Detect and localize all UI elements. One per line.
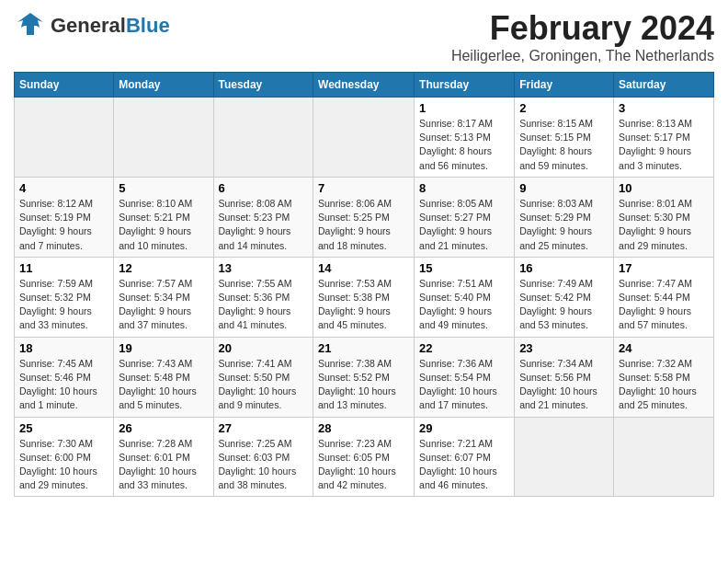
- calendar-cell: 16Sunrise: 7:49 AM Sunset: 5:42 PM Dayli…: [515, 257, 614, 337]
- logo-icon: [14, 9, 47, 42]
- calendar-cell: 11Sunrise: 7:59 AM Sunset: 5:32 PM Dayli…: [15, 257, 114, 337]
- day-header-thursday: Thursday: [415, 73, 515, 98]
- calendar-cell: 8Sunrise: 8:05 AM Sunset: 5:27 PM Daylig…: [415, 177, 515, 257]
- calendar-cell: 24Sunrise: 7:32 AM Sunset: 5:58 PM Dayli…: [614, 337, 714, 417]
- day-header-tuesday: Tuesday: [213, 73, 313, 98]
- calendar-cell: [515, 417, 614, 497]
- calendar-cell: [15, 98, 114, 178]
- calendar-week-row: 4Sunrise: 8:12 AM Sunset: 5:19 PM Daylig…: [15, 177, 714, 257]
- calendar-cell: 14Sunrise: 7:53 AM Sunset: 5:38 PM Dayli…: [313, 257, 415, 337]
- day-number: 28: [318, 421, 409, 435]
- calendar-cell: 22Sunrise: 7:36 AM Sunset: 5:54 PM Dayli…: [415, 337, 515, 417]
- calendar-cell: 12Sunrise: 7:57 AM Sunset: 5:34 PM Dayli…: [114, 257, 213, 337]
- calendar-cell: 15Sunrise: 7:51 AM Sunset: 5:40 PM Dayli…: [415, 257, 515, 337]
- calendar-cell: 5Sunrise: 8:10 AM Sunset: 5:21 PM Daylig…: [114, 177, 213, 257]
- day-number: 20: [219, 341, 309, 355]
- day-number: 8: [419, 181, 509, 195]
- day-number: 24: [619, 341, 709, 355]
- day-number: 22: [419, 341, 509, 355]
- calendar-header-row: SundayMondayTuesdayWednesdayThursdayFrid…: [15, 73, 714, 98]
- day-number: 11: [19, 261, 108, 275]
- calendar-cell: 2Sunrise: 8:15 AM Sunset: 5:15 PM Daylig…: [515, 98, 614, 178]
- day-number: 16: [519, 261, 609, 275]
- day-number: 19: [119, 341, 208, 355]
- calendar-cell: 13Sunrise: 7:55 AM Sunset: 5:36 PM Dayli…: [213, 257, 313, 337]
- calendar-cell: 4Sunrise: 8:12 AM Sunset: 5:19 PM Daylig…: [15, 177, 114, 257]
- day-info: Sunrise: 7:57 AM Sunset: 5:34 PM Dayligh…: [119, 277, 208, 333]
- day-info: Sunrise: 8:08 AM Sunset: 5:23 PM Dayligh…: [219, 197, 309, 253]
- logo-text: GeneralBlue: [51, 14, 170, 37]
- day-number: 2: [519, 101, 609, 115]
- day-info: Sunrise: 7:21 AM Sunset: 6:07 PM Dayligh…: [419, 437, 509, 493]
- calendar-cell: 19Sunrise: 7:43 AM Sunset: 5:48 PM Dayli…: [114, 337, 213, 417]
- day-number: 14: [318, 261, 409, 275]
- day-info: Sunrise: 8:01 AM Sunset: 5:30 PM Dayligh…: [619, 197, 709, 253]
- day-info: Sunrise: 7:25 AM Sunset: 6:03 PM Dayligh…: [219, 437, 309, 493]
- calendar-cell: 23Sunrise: 7:34 AM Sunset: 5:56 PM Dayli…: [515, 337, 614, 417]
- day-header-wednesday: Wednesday: [313, 73, 415, 98]
- calendar-cell: 1Sunrise: 8:17 AM Sunset: 5:13 PM Daylig…: [415, 98, 515, 178]
- calendar-cell: 29Sunrise: 7:21 AM Sunset: 6:07 PM Dayli…: [415, 417, 515, 497]
- calendar-cell: 28Sunrise: 7:23 AM Sunset: 6:05 PM Dayli…: [313, 417, 415, 497]
- calendar-cell: 21Sunrise: 7:38 AM Sunset: 5:52 PM Dayli…: [313, 337, 415, 417]
- day-number: 29: [419, 421, 509, 435]
- calendar-cell: 25Sunrise: 7:30 AM Sunset: 6:00 PM Dayli…: [15, 417, 114, 497]
- day-number: 1: [419, 101, 509, 115]
- day-info: Sunrise: 8:05 AM Sunset: 5:27 PM Dayligh…: [419, 197, 509, 253]
- day-number: 4: [19, 181, 108, 195]
- day-number: 7: [318, 181, 409, 195]
- calendar-cell: 3Sunrise: 8:13 AM Sunset: 5:17 PM Daylig…: [614, 98, 714, 178]
- page-header: GeneralBlue February 2024 Heiligerlee, G…: [14, 9, 714, 64]
- calendar-cell: 27Sunrise: 7:25 AM Sunset: 6:03 PM Dayli…: [213, 417, 313, 497]
- day-number: 18: [19, 341, 108, 355]
- day-info: Sunrise: 8:15 AM Sunset: 5:15 PM Dayligh…: [519, 117, 609, 173]
- day-info: Sunrise: 7:55 AM Sunset: 5:36 PM Dayligh…: [219, 277, 309, 333]
- calendar-cell: 17Sunrise: 7:47 AM Sunset: 5:44 PM Dayli…: [614, 257, 714, 337]
- day-number: 5: [119, 181, 208, 195]
- calendar-cell: 10Sunrise: 8:01 AM Sunset: 5:30 PM Dayli…: [614, 177, 714, 257]
- calendar-cell: 18Sunrise: 7:45 AM Sunset: 5:46 PM Dayli…: [15, 337, 114, 417]
- day-number: 25: [19, 421, 108, 435]
- title-area: February 2024 Heiligerlee, Groningen, Th…: [451, 9, 714, 64]
- day-info: Sunrise: 7:41 AM Sunset: 5:50 PM Dayligh…: [219, 357, 309, 413]
- day-info: Sunrise: 7:43 AM Sunset: 5:48 PM Dayligh…: [119, 357, 208, 413]
- day-info: Sunrise: 7:47 AM Sunset: 5:44 PM Dayligh…: [619, 277, 709, 333]
- logo-blue: Blue: [126, 14, 170, 37]
- day-info: Sunrise: 7:45 AM Sunset: 5:46 PM Dayligh…: [19, 357, 108, 413]
- calendar-cell: [313, 98, 415, 178]
- calendar-cell: 26Sunrise: 7:28 AM Sunset: 6:01 PM Dayli…: [114, 417, 213, 497]
- day-number: 6: [219, 181, 309, 195]
- day-header-sunday: Sunday: [15, 73, 114, 98]
- day-info: Sunrise: 8:03 AM Sunset: 5:29 PM Dayligh…: [519, 197, 609, 253]
- day-number: 26: [119, 421, 208, 435]
- day-info: Sunrise: 7:53 AM Sunset: 5:38 PM Dayligh…: [318, 277, 409, 333]
- day-header-friday: Friday: [515, 73, 614, 98]
- calendar-week-row: 11Sunrise: 7:59 AM Sunset: 5:32 PM Dayli…: [15, 257, 714, 337]
- calendar-cell: 7Sunrise: 8:06 AM Sunset: 5:25 PM Daylig…: [313, 177, 415, 257]
- day-number: 27: [219, 421, 309, 435]
- logo-area: GeneralBlue: [14, 9, 170, 42]
- day-info: Sunrise: 7:34 AM Sunset: 5:56 PM Dayligh…: [519, 357, 609, 413]
- calendar-week-row: 1Sunrise: 8:17 AM Sunset: 5:13 PM Daylig…: [15, 98, 714, 178]
- day-header-saturday: Saturday: [614, 73, 714, 98]
- day-header-monday: Monday: [114, 73, 213, 98]
- calendar-cell: 20Sunrise: 7:41 AM Sunset: 5:50 PM Dayli…: [213, 337, 313, 417]
- day-info: Sunrise: 7:38 AM Sunset: 5:52 PM Dayligh…: [318, 357, 409, 413]
- day-info: Sunrise: 7:28 AM Sunset: 6:01 PM Dayligh…: [119, 437, 208, 493]
- day-number: 21: [318, 341, 409, 355]
- page-subtitle: Heiligerlee, Groningen, The Netherlands: [451, 48, 714, 64]
- day-info: Sunrise: 8:12 AM Sunset: 5:19 PM Dayligh…: [19, 197, 108, 253]
- calendar-table: SundayMondayTuesdayWednesdayThursdayFrid…: [14, 72, 714, 497]
- day-number: 10: [619, 181, 709, 195]
- day-number: 17: [619, 261, 709, 275]
- calendar-cell: 9Sunrise: 8:03 AM Sunset: 5:29 PM Daylig…: [515, 177, 614, 257]
- logo-general: General: [51, 14, 126, 37]
- day-number: 23: [519, 341, 609, 355]
- day-info: Sunrise: 8:10 AM Sunset: 5:21 PM Dayligh…: [119, 197, 208, 253]
- day-info: Sunrise: 7:51 AM Sunset: 5:40 PM Dayligh…: [419, 277, 509, 333]
- calendar-cell: [614, 417, 714, 497]
- day-info: Sunrise: 7:59 AM Sunset: 5:32 PM Dayligh…: [19, 277, 108, 333]
- day-info: Sunrise: 7:36 AM Sunset: 5:54 PM Dayligh…: [419, 357, 509, 413]
- calendar-cell: 6Sunrise: 8:08 AM Sunset: 5:23 PM Daylig…: [213, 177, 313, 257]
- day-number: 3: [619, 101, 709, 115]
